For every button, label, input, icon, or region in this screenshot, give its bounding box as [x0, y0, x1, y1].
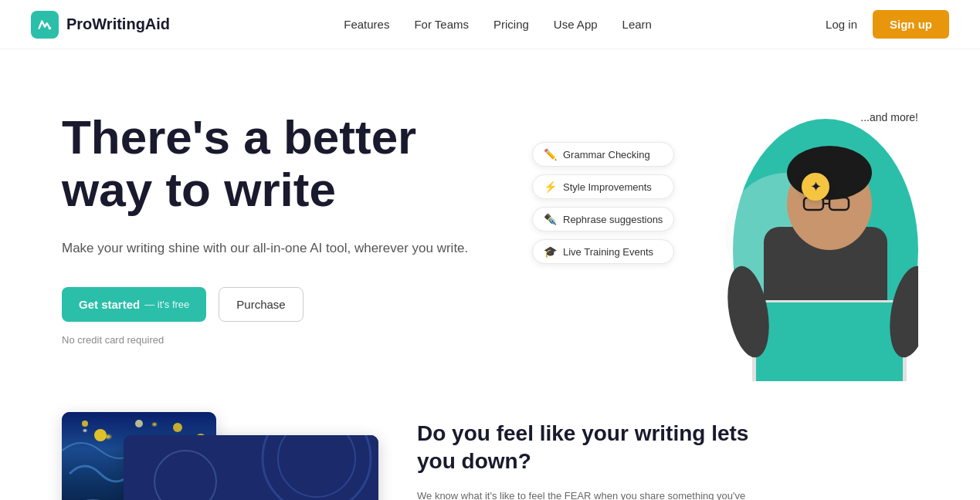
- grammar-label: Grammar Checking: [563, 149, 650, 160]
- svg-rect-10: [756, 302, 903, 381]
- training-label: Live Training Events: [563, 246, 653, 258]
- hero-content: There's a better way to write Make your …: [62, 96, 468, 346]
- signup-button[interactable]: Sign up: [873, 10, 949, 39]
- style-label: Style Improvements: [563, 181, 652, 193]
- second-body: We know what it's like to feel the FEAR …: [417, 488, 757, 500]
- svg-point-16: [82, 421, 88, 427]
- svg-point-13: [94, 429, 107, 441]
- brand-name: ProWritingAid: [66, 15, 170, 33]
- feature-pill-style: ⚡ Style Improvements: [532, 174, 674, 199]
- nav-right: Log in Sign up: [826, 10, 949, 39]
- second-headline: Do you feel like your writing lets you d…: [417, 420, 757, 476]
- login-link[interactable]: Log in: [826, 18, 857, 31]
- star-badge: ✦: [802, 173, 829, 201]
- artwork-inner: My idea in my head: [124, 435, 378, 500]
- nav-pricing[interactable]: Pricing: [493, 18, 529, 31]
- artwork-container: My idea in my head: [62, 412, 355, 500]
- cta-free-label: — it's free: [144, 299, 189, 310]
- feature-pill-rephrase: ✒️ Rephrase suggestions: [532, 207, 674, 231]
- second-section: My idea in my head Do you feel like your…: [0, 397, 980, 500]
- and-more-text: ...and more!: [860, 111, 918, 123]
- style-icon: ⚡: [544, 181, 557, 193]
- svg-point-0: [49, 26, 52, 29]
- feature-pill-training: 🎓 Live Training Events: [532, 239, 674, 264]
- nav-learn[interactable]: Learn: [622, 18, 652, 31]
- svg-rect-18: [124, 435, 378, 500]
- person-illustration: [679, 96, 918, 381]
- rephrase-label: Rephrase suggestions: [563, 214, 663, 225]
- nav-for-teams[interactable]: For Teams: [414, 18, 469, 31]
- nav-use-app[interactable]: Use App: [554, 18, 598, 31]
- hero-illustration: ...and more! ✦ ✏️ Grammar Checking ⚡ Sty…: [532, 96, 918, 366]
- rephrase-icon: ✒️: [544, 213, 557, 225]
- svg-point-5: [787, 146, 872, 200]
- second-text-content: Do you feel like your writing lets you d…: [417, 412, 757, 500]
- nav-links: Features For Teams Pricing Use App Learn: [344, 18, 652, 31]
- hero-headline: There's a better way to write: [62, 111, 468, 216]
- feature-pills-container: ✏️ Grammar Checking ⚡ Style Improvements…: [532, 142, 674, 264]
- get-started-button[interactable]: Get started — it's free: [62, 287, 206, 322]
- grammar-icon: ✏️: [544, 148, 557, 160]
- navbar: ProWritingAid Features For Teams Pricing…: [0, 0, 980, 49]
- svg-point-15: [135, 420, 143, 427]
- no-credit-text: No credit card required: [62, 334, 468, 346]
- svg-point-14: [173, 423, 182, 432]
- nav-features[interactable]: Features: [344, 18, 389, 31]
- logo-area: ProWritingAid: [31, 11, 170, 39]
- artwork-card-2: My idea in my head: [124, 435, 378, 500]
- training-icon: 🎓: [544, 245, 557, 258]
- purchase-button[interactable]: Purchase: [219, 287, 303, 322]
- hero-subtitle: Make your writing shine with our all-in-…: [62, 238, 468, 258]
- logo-icon: [31, 11, 59, 39]
- get-started-label: Get started: [79, 298, 140, 311]
- feature-pill-grammar: ✏️ Grammar Checking: [532, 142, 674, 167]
- hero-cta-group: Get started — it's free Purchase: [62, 287, 468, 322]
- hero-section: There's a better way to write Make your …: [0, 49, 980, 397]
